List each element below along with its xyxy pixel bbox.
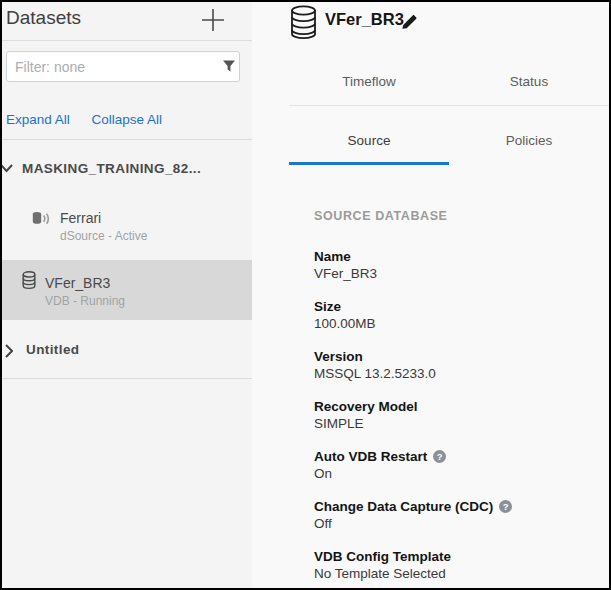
tab-source[interactable]: Source [289, 106, 449, 165]
chevron-right-icon [4, 344, 13, 358]
datasets-title: Datasets [6, 7, 81, 29]
field-label: Change Data Capture (CDC)? [314, 498, 599, 515]
field-label: Version [314, 348, 599, 365]
dataset-item-text: VFer_BR3 VDB - Running [45, 274, 125, 310]
add-dataset-button[interactable] [200, 7, 226, 33]
field-auto-vdb-restart: Auto VDB Restart? On [314, 448, 599, 482]
dataset-group-masking-training[interactable]: MASKING_TRAINING_82... [2, 157, 252, 187]
question-circle-icon[interactable]: ? [499, 500, 512, 513]
dataset-item-text: Ferrari dSource - Active [60, 209, 147, 245]
dataset-name: VFer_BR3 [45, 274, 125, 293]
tab-policies[interactable]: Policies [449, 106, 609, 165]
field-value: SIMPLE [314, 415, 599, 432]
field-label: Name [314, 248, 599, 265]
detail-panel: VFer_BR3 Timeflow Status Source Policies… [252, 2, 609, 588]
detail-title: VFer_BR3 [325, 10, 404, 29]
filter-input[interactable] [6, 51, 240, 82]
pencil-icon[interactable] [400, 12, 419, 31]
tab-timeflow[interactable]: Timeflow [289, 62, 449, 105]
database-icon [22, 271, 36, 290]
tree-actions: Expand All Collapse All [6, 112, 180, 127]
dsource-broadcast-db-icon [32, 211, 51, 227]
field-value: VFer_BR3 [314, 265, 599, 282]
plus-icon [200, 7, 226, 33]
dataset-item-ferrari[interactable]: Ferrari dSource - Active [2, 202, 252, 252]
collapse-all-link[interactable]: Collapse All [92, 112, 163, 127]
field-value: 100.00MB [314, 315, 599, 332]
tab-row-top: Timeflow Status [289, 62, 609, 106]
app-window: Datasets Expand All Collapse All [0, 0, 611, 590]
group-label: MASKING_TRAINING_82... [22, 161, 201, 176]
field-size: Size 100.00MB [314, 298, 599, 332]
field-value: No Template Selected [314, 565, 599, 582]
expand-all-link[interactable]: Expand All [6, 112, 70, 127]
field-vdb-config-template: VDB Config Template No Template Selected [314, 548, 599, 582]
field-label: Recovery Model [314, 398, 599, 415]
divider [2, 139, 252, 140]
group-label: Untitled [26, 342, 79, 357]
field-recovery-model: Recovery Model SIMPLE [314, 398, 599, 432]
field-version: Version MSSQL 13.2.5233.0 [314, 348, 599, 382]
datasets-panel: Datasets Expand All Collapse All [2, 2, 252, 588]
field-label: VDB Config Template [314, 548, 599, 565]
tab-status[interactable]: Status [449, 62, 609, 105]
field-value: Off [314, 515, 599, 532]
field-value: MSSQL 13.2.5233.0 [314, 365, 599, 382]
question-circle-icon[interactable]: ? [433, 450, 446, 463]
chevron-down-icon [0, 162, 13, 174]
divider [2, 40, 252, 41]
tab-row-bottom: Source Policies [289, 106, 609, 165]
source-tab-content: SOURCE DATABASE Name VFer_BR3 Size 100.0… [314, 209, 599, 590]
database-icon [290, 5, 317, 40]
field-name: Name VFer_BR3 [314, 248, 599, 282]
detail-header: VFer_BR3 [252, 2, 609, 58]
dataset-group-untitled[interactable]: Untitled [2, 338, 252, 368]
field-label: Size [314, 298, 599, 315]
dataset-name: Ferrari [60, 209, 147, 228]
divider [2, 378, 252, 379]
field-label-text: Auto VDB Restart [314, 449, 427, 464]
dataset-status: dSource - Active [60, 228, 147, 245]
field-label: Auto VDB Restart? [314, 448, 599, 465]
dataset-status: VDB - Running [45, 293, 125, 310]
field-change-data-capture: Change Data Capture (CDC)? Off [314, 498, 599, 532]
funnel-icon[interactable] [222, 59, 236, 73]
field-value: On [314, 465, 599, 482]
dataset-item-vfer-br3[interactable]: VFer_BR3 VDB - Running [2, 260, 252, 320]
field-label-text: Change Data Capture (CDC) [314, 499, 493, 514]
section-title: SOURCE DATABASE [314, 209, 599, 223]
